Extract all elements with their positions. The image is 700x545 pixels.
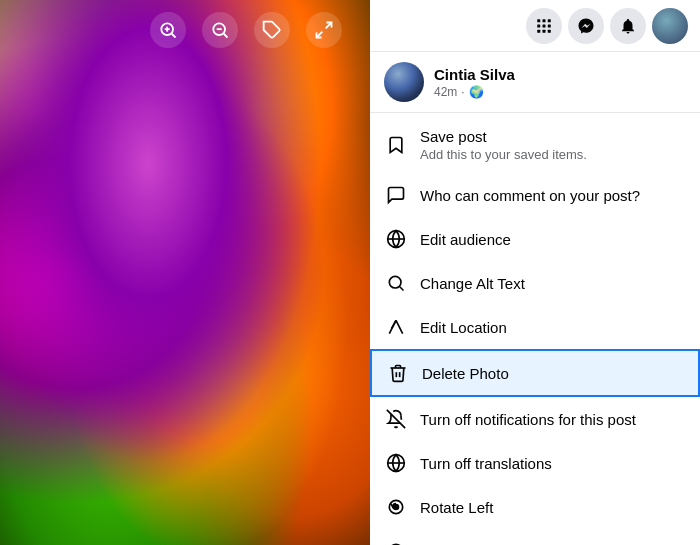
svg-rect-12	[548, 19, 551, 22]
location-icon	[384, 315, 408, 339]
menu-item-edit-audience[interactable]: Edit audience	[370, 217, 700, 261]
profile-nav-avatar[interactable]	[652, 8, 688, 44]
privacy-icon: 🌍	[469, 85, 484, 99]
globe-x-icon	[384, 451, 408, 475]
edit-audience-text: Edit audience	[420, 230, 511, 250]
zoom-in-button[interactable]	[150, 12, 186, 48]
svg-rect-11	[543, 19, 546, 22]
menu-item-turn-off-translations[interactable]: Turn off translations	[370, 441, 700, 485]
privacy-separator: ·	[461, 85, 464, 99]
rotate-right-text: Rotate Right	[420, 542, 503, 545]
svg-rect-15	[548, 24, 551, 27]
menu-item-edit-location[interactable]: Edit Location	[370, 305, 700, 349]
svg-line-26	[387, 410, 405, 428]
menu-item-who-can-comment[interactable]: Who can comment on your post?	[370, 173, 700, 217]
edit-location-label: Edit Location	[420, 318, 507, 338]
svg-rect-16	[537, 29, 540, 32]
rotate-left-icon	[384, 495, 408, 519]
svg-line-22	[400, 287, 404, 291]
post-time: 42m	[434, 85, 457, 99]
bell-icon-button[interactable]	[610, 8, 646, 44]
svg-rect-14	[543, 24, 546, 27]
who-can-comment-label: Who can comment on your post?	[420, 186, 640, 206]
svg-line-3	[172, 34, 176, 38]
save-post-sublabel: Add this to your saved items.	[420, 147, 587, 164]
rotate-right-icon	[384, 539, 408, 545]
menu-item-rotate-right[interactable]: Rotate Right	[370, 529, 700, 545]
zoom-out-button[interactable]	[202, 12, 238, 48]
trash-icon	[386, 361, 410, 385]
svg-point-21	[389, 277, 401, 289]
tag-button[interactable]	[254, 12, 290, 48]
delete-photo-text: Delete Photo	[422, 364, 509, 384]
edit-location-text: Edit Location	[420, 318, 507, 338]
profile-row: Cintia Silva 42m · 🌍	[370, 52, 700, 113]
turn-off-notifications-text: Turn off notifications for this post	[420, 410, 636, 430]
change-alt-text-text: Change Alt Text	[420, 274, 525, 294]
delete-photo-label: Delete Photo	[422, 364, 509, 384]
comment-icon	[384, 183, 408, 207]
svg-rect-18	[548, 29, 551, 32]
search-icon	[384, 271, 408, 295]
menu-item-delete-photo[interactable]: Delete Photo	[370, 349, 700, 397]
menu-item-rotate-left[interactable]: Rotate Left	[370, 485, 700, 529]
globe-icon	[384, 227, 408, 251]
profile-name: Cintia Silva	[434, 65, 686, 85]
top-nav	[370, 0, 700, 52]
grid-icon-button[interactable]	[526, 8, 562, 44]
menu-item-save-post[interactable]: Save post Add this to your saved items.	[370, 117, 700, 173]
photo-toolbar	[150, 12, 342, 48]
menu-item-turn-off-notifications[interactable]: Turn off notifications for this post	[370, 397, 700, 441]
messenger-icon-button[interactable]	[568, 8, 604, 44]
svg-rect-10	[537, 19, 540, 22]
rotate-left-label: Rotate Left	[420, 498, 493, 518]
menu-list: Save post Add this to your saved items. …	[370, 113, 700, 545]
avatar	[384, 62, 424, 102]
save-post-label: Save post	[420, 127, 587, 147]
svg-line-25	[391, 321, 396, 329]
bookmark-icon	[384, 133, 408, 157]
rotate-left-text: Rotate Left	[420, 498, 493, 518]
who-can-comment-text: Who can comment on your post?	[420, 186, 640, 206]
turn-off-translations-text: Turn off translations	[420, 454, 552, 474]
profile-info: Cintia Silva 42m · 🌍	[434, 65, 686, 99]
rotate-right-label: Rotate Right	[420, 542, 503, 545]
right-panel: Cintia Silva 42m · 🌍 Save post Add this …	[370, 0, 700, 545]
edit-audience-label: Edit audience	[420, 230, 511, 250]
change-alt-text-label: Change Alt Text	[420, 274, 525, 294]
bell-off-icon	[384, 407, 408, 431]
profile-meta: 42m · 🌍	[434, 85, 686, 99]
turn-off-notifications-label: Turn off notifications for this post	[420, 410, 636, 430]
svg-line-6	[224, 34, 228, 38]
turn-off-translations-label: Turn off translations	[420, 454, 552, 474]
save-post-text: Save post Add this to your saved items.	[420, 127, 587, 163]
svg-rect-13	[537, 24, 540, 27]
expand-button[interactable]	[306, 12, 342, 48]
svg-rect-17	[543, 29, 546, 32]
photo-background	[0, 0, 370, 545]
photo-panel	[0, 0, 370, 545]
svg-line-24	[396, 321, 403, 334]
menu-item-change-alt-text[interactable]: Change Alt Text	[370, 261, 700, 305]
